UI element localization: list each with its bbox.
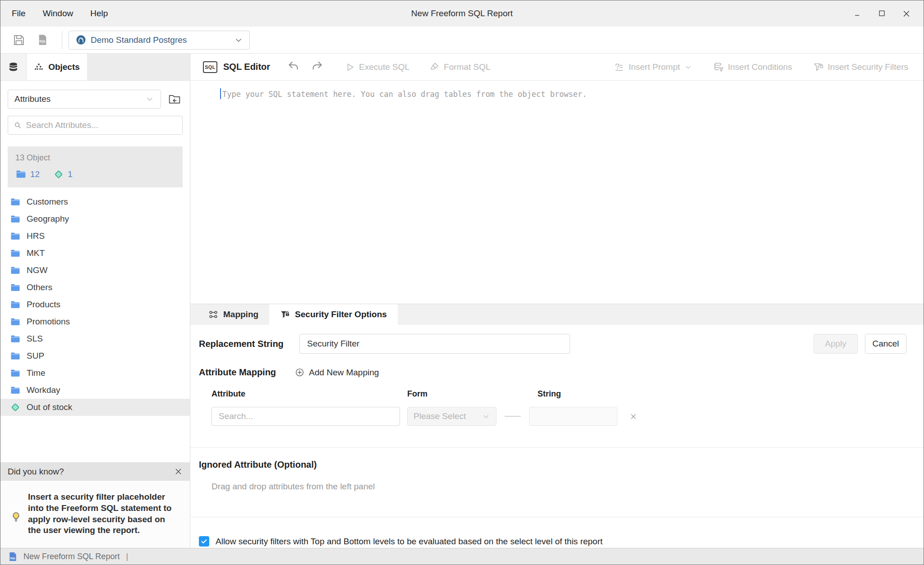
play-icon bbox=[345, 62, 355, 72]
attribute-mapping-label: Attribute Mapping bbox=[199, 367, 276, 378]
status-bar: New Freeform SQL Report | bbox=[0, 548, 924, 565]
minimize-button[interactable] bbox=[853, 9, 862, 18]
ignored-attribute-label: Ignored Attribute (Optional) bbox=[199, 460, 924, 470]
tab-objects-label: Objects bbox=[48, 62, 80, 72]
save-button[interactable] bbox=[12, 33, 26, 47]
search-icon bbox=[14, 121, 22, 130]
tab-data-sources[interactable] bbox=[0, 54, 27, 80]
database-icon bbox=[8, 61, 19, 73]
object-type-dropdown[interactable]: Attributes bbox=[8, 90, 161, 109]
object-browser-sidebar: Objects Attributes 13 Object bbox=[0, 54, 190, 548]
chevron-down-icon bbox=[482, 412, 490, 421]
object-count-label: 13 Object bbox=[15, 153, 175, 163]
folder-item[interactable]: Workday bbox=[0, 382, 190, 399]
folder-label: Products bbox=[27, 300, 60, 310]
close-tip-icon[interactable] bbox=[174, 467, 183, 476]
plus-circle-icon bbox=[295, 368, 304, 377]
search-attributes-input[interactable] bbox=[26, 120, 177, 130]
attribute-diamond-icon bbox=[10, 402, 21, 413]
folder-label: HRS bbox=[27, 231, 45, 241]
string-input[interactable] bbox=[529, 407, 617, 426]
folder-item[interactable]: Products bbox=[0, 296, 190, 313]
folder-item[interactable]: Time bbox=[0, 365, 190, 382]
object-type-value: Attributes bbox=[14, 94, 51, 104]
menu-file[interactable]: File bbox=[12, 9, 26, 18]
folder-label: Workday bbox=[27, 385, 60, 395]
broom-icon bbox=[429, 62, 440, 72]
folder-item[interactable]: SLS bbox=[0, 330, 190, 347]
folder-icon bbox=[10, 368, 21, 378]
section-divider bbox=[190, 517, 924, 517]
insert-conditions-button[interactable]: Insert Conditions bbox=[713, 62, 792, 73]
sql-statement-editor[interactable]: Type your SQL statement here. You can al… bbox=[190, 81, 924, 304]
menu-help[interactable]: Help bbox=[90, 9, 108, 18]
folder-label: SUP bbox=[27, 351, 44, 361]
datasource-dropdown[interactable]: Demo Standard Postgres bbox=[69, 31, 250, 50]
folder-item[interactable]: SUP bbox=[0, 347, 190, 365]
maximize-button[interactable] bbox=[878, 9, 887, 18]
menu-window[interactable]: Window bbox=[43, 9, 74, 18]
mapping-row: Please Select bbox=[211, 407, 924, 426]
folder-label: Time bbox=[27, 368, 46, 378]
tab-mapping-label: Mapping bbox=[223, 310, 258, 319]
toolbar-divider bbox=[62, 31, 62, 49]
folder-up-button[interactable] bbox=[166, 91, 183, 107]
attribute-item-out-of-stock[interactable]: Out of stock bbox=[0, 399, 190, 416]
execute-sql-button[interactable]: Execute SQL bbox=[345, 62, 409, 72]
folder-icon bbox=[10, 316, 21, 327]
close-window-button[interactable] bbox=[902, 9, 911, 18]
folder-icon bbox=[10, 351, 21, 361]
object-count-summary: 13 Object 12 1 bbox=[8, 146, 183, 187]
security-filter-icon bbox=[813, 62, 824, 73]
folder-icon bbox=[10, 231, 21, 241]
insert-security-filters-button[interactable]: Insert Security Filters bbox=[813, 62, 908, 73]
folder-icon bbox=[10, 248, 21, 259]
folder-label: Geography bbox=[27, 214, 69, 224]
format-sql-button[interactable]: Format SQL bbox=[429, 62, 490, 72]
ignored-attribute-dropzone[interactable]: Drag and drop attributes from the left p… bbox=[211, 482, 924, 492]
tab-objects[interactable]: Objects bbox=[27, 54, 87, 80]
folder-icon bbox=[10, 385, 21, 396]
sidebar-tabs: Objects bbox=[0, 54, 190, 81]
folder-icon bbox=[10, 214, 21, 224]
undo-button[interactable] bbox=[287, 61, 299, 73]
attribute-count: 1 bbox=[68, 169, 73, 179]
folder-item[interactable]: NGW bbox=[0, 262, 190, 279]
folder-item[interactable]: Promotions bbox=[0, 313, 190, 330]
prompt-icon bbox=[614, 62, 625, 73]
menu-bar: File Window Help bbox=[0, 9, 108, 18]
export-sql-button[interactable] bbox=[36, 33, 49, 47]
tab-security-filter-options[interactable]: Security Filter Options bbox=[269, 304, 398, 325]
cancel-button[interactable]: Cancel bbox=[865, 334, 906, 354]
add-new-mapping-button[interactable]: Add New Mapping bbox=[295, 368, 379, 378]
conditions-icon bbox=[713, 62, 724, 73]
folder-count: 12 bbox=[30, 169, 40, 179]
folder-icon bbox=[10, 196, 21, 207]
replacement-string-input[interactable] bbox=[299, 334, 570, 354]
insert-prompt-label: Insert Prompt bbox=[629, 62, 680, 72]
chevron-down-icon bbox=[145, 95, 154, 104]
redo-button[interactable] bbox=[311, 61, 323, 73]
attribute-search-input[interactable] bbox=[211, 407, 400, 426]
add-new-mapping-label: Add New Mapping bbox=[309, 368, 379, 378]
replacement-string-label: Replacement String bbox=[199, 339, 299, 349]
folder-item[interactable]: Others bbox=[0, 279, 190, 296]
section-divider bbox=[190, 447, 924, 448]
folder-item[interactable]: Customers bbox=[0, 193, 190, 210]
security-filter-lock-icon bbox=[280, 310, 290, 319]
folder-item[interactable]: MKT bbox=[0, 245, 190, 262]
remove-mapping-button[interactable] bbox=[630, 413, 637, 420]
allow-security-filters-checkbox[interactable] bbox=[199, 536, 209, 547]
status-report-name: New Freeform SQL Report bbox=[23, 552, 120, 561]
form-select[interactable]: Please Select bbox=[407, 407, 496, 426]
folder-label: MKT bbox=[27, 248, 45, 258]
app-window: File Window Help New Freeform SQL Report… bbox=[0, 0, 924, 565]
insert-prompt-button[interactable]: Insert Prompt bbox=[614, 62, 692, 73]
datasource-name: Demo Standard Postgres bbox=[91, 35, 230, 45]
folder-item[interactable]: HRS bbox=[0, 228, 190, 245]
tab-mapping[interactable]: Mapping bbox=[198, 304, 269, 325]
folder-label: Others bbox=[27, 282, 52, 292]
folder-item[interactable]: Geography bbox=[0, 210, 190, 228]
apply-button[interactable]: Apply bbox=[814, 334, 858, 354]
status-separator: | bbox=[126, 552, 128, 561]
